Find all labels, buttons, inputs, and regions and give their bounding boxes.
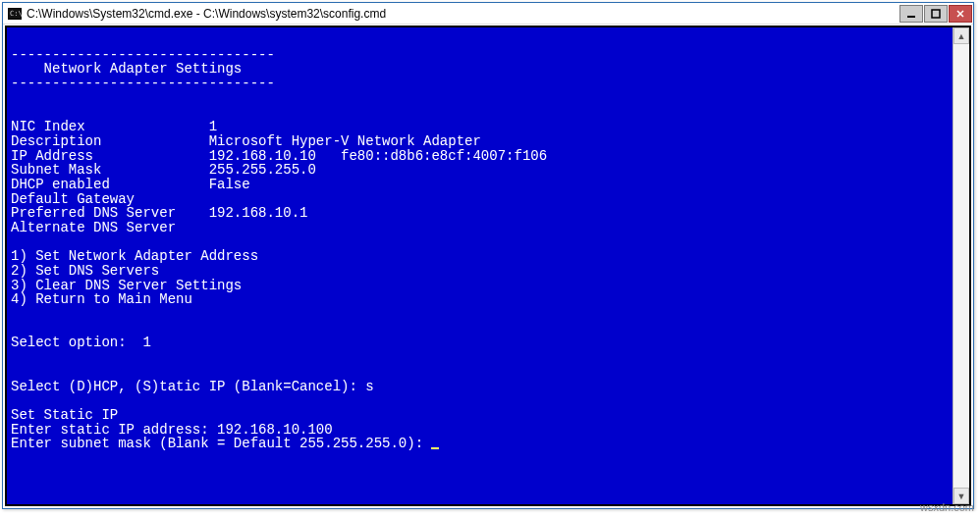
subheading: Set Static IP	[11, 407, 118, 423]
titlebar[interactable]: C:\ C:\Windows\System32\cmd.exe - C:\Win…	[3, 3, 973, 25]
field-value: 1	[209, 119, 217, 134]
menu-item: 3) Clear DNS Server Settings	[11, 278, 242, 293]
field-label: IP Address	[11, 149, 209, 164]
svg-rect-3	[907, 16, 915, 18]
scroll-up-button[interactable]: ▲	[953, 27, 969, 44]
menu-item: 2) Set DNS Servers	[11, 263, 159, 279]
field-label: Description	[11, 134, 209, 149]
minimize-button[interactable]	[899, 5, 923, 23]
vertical-scrollbar[interactable]: ▲ ▼	[953, 27, 969, 504]
menu-item: 4) Return to Main Menu	[11, 291, 192, 307]
watermark: wsxdn.com	[920, 501, 974, 513]
section-rule: --------------------------------	[11, 47, 275, 63]
field-value: 192.168.10.10 fe80::d8b6:e8cf:4007:f106	[209, 148, 547, 164]
field-label: Subnet Mask	[11, 163, 209, 178]
prompt-label: Enter subnet mask (Blank = Default 255.2…	[11, 436, 431, 451]
window-title: C:\Windows\System32\cmd.exe - C:\Windows…	[27, 7, 899, 21]
cursor-icon	[431, 447, 439, 449]
prompt-label: Select (D)HCP, (S)tatic IP (Blank=Cancel…	[11, 379, 365, 394]
user-input: 1	[142, 335, 150, 350]
field-label: Preferred DNS Server	[11, 206, 209, 221]
maximize-button[interactable]	[924, 5, 948, 23]
field-label: Default Gateway	[11, 192, 209, 207]
section-rule: --------------------------------	[11, 76, 275, 91]
svg-text:C:\: C:\	[10, 10, 22, 18]
cmd-icon: C:\	[7, 6, 23, 22]
svg-rect-4	[932, 10, 940, 18]
prompt-label: Select option:	[11, 335, 142, 350]
field-value: 255.255.255.0	[209, 162, 316, 178]
window-controls	[899, 3, 973, 24]
field-value: Microsoft Hyper-V Network Adapter	[209, 133, 481, 149]
field-label: NIC Index	[11, 120, 209, 134]
user-input: 192.168.10.100	[217, 422, 333, 438]
close-button[interactable]	[949, 5, 972, 23]
client-area: -------------------------------- Network…	[5, 26, 971, 506]
field-value: 192.168.10.1	[209, 205, 308, 221]
field-label: DHCP enabled	[11, 178, 209, 192]
user-input: s	[365, 379, 373, 394]
scroll-track[interactable]	[953, 44, 969, 488]
app-window: C:\ C:\Windows\System32\cmd.exe - C:\Win…	[2, 2, 974, 509]
section-title: Network Adapter Settings	[11, 61, 242, 77]
field-label: Alternate DNS Server	[11, 221, 209, 235]
console-output[interactable]: -------------------------------- Network…	[7, 27, 953, 504]
prompt-label: Enter static IP address:	[11, 422, 217, 438]
menu-item: 1) Set Network Adapter Address	[11, 248, 258, 264]
field-value: False	[209, 177, 250, 192]
